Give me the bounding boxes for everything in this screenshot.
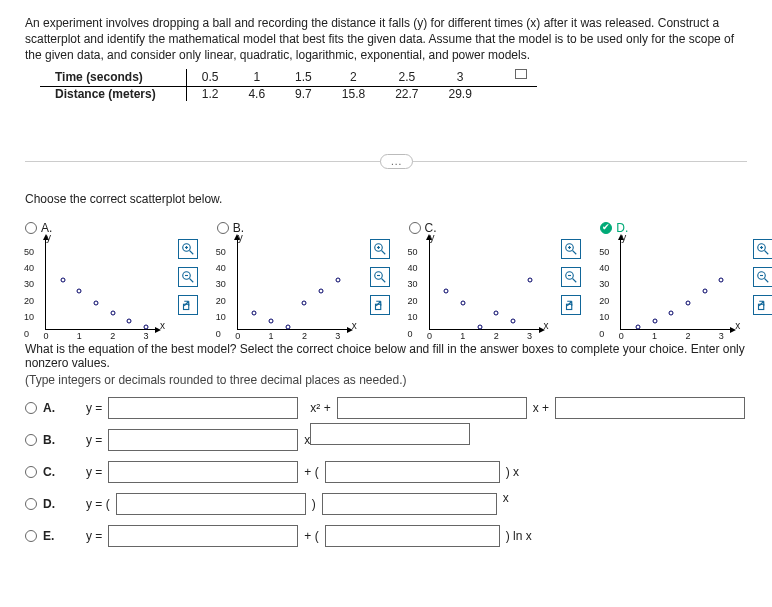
data-point — [285, 324, 290, 329]
choice-d-mid: ) — [312, 497, 316, 511]
data-point — [94, 300, 99, 305]
data-point — [110, 310, 115, 315]
xtick: 1 — [269, 331, 274, 341]
choice-d-input2[interactable] — [322, 493, 497, 515]
plot-area: xy010203040500123 — [237, 240, 347, 330]
data-point — [77, 289, 82, 294]
choice-c-radio[interactable] — [25, 466, 37, 478]
equation-question: What is the equation of the best model? … — [25, 342, 747, 370]
ytick: 20 — [24, 296, 34, 306]
svg-line-5 — [189, 278, 193, 282]
choice-b-label: B. — [43, 433, 55, 447]
dist-cell-1: 4.6 — [233, 86, 280, 101]
time-cell-4: 2.5 — [380, 69, 433, 87]
dist-cell-4: 22.7 — [380, 86, 433, 101]
zoom-in-icon[interactable] — [178, 239, 198, 259]
xtick: 2 — [494, 331, 499, 341]
time-cell-3: 2 — [327, 69, 380, 87]
choice-a-input3[interactable] — [555, 397, 745, 419]
choice-a-input2[interactable] — [337, 397, 527, 419]
popout-icon[interactable] — [561, 295, 581, 315]
ytick: 0 — [24, 329, 29, 339]
choice-e-input1[interactable] — [108, 525, 298, 547]
zoom-in-icon[interactable] — [561, 239, 581, 259]
data-point — [269, 319, 274, 324]
dist-cell-2: 9.7 — [280, 86, 327, 101]
xtick: 3 — [335, 331, 340, 341]
time-cell-1: 1 — [233, 69, 280, 87]
choice-e-label: E. — [43, 529, 54, 543]
xtick: 3 — [719, 331, 724, 341]
lookup-icon[interactable] — [508, 69, 522, 83]
zoom-out-icon[interactable] — [753, 267, 772, 287]
popout-icon[interactable] — [370, 295, 390, 315]
xtick: 0 — [235, 331, 240, 341]
zoom-out-icon[interactable] — [178, 267, 198, 287]
ytick: 10 — [24, 312, 34, 322]
choice-a-radio[interactable] — [25, 402, 37, 414]
xtick: 0 — [43, 331, 48, 341]
zoom-in-icon[interactable] — [370, 239, 390, 259]
choice-c-input1[interactable] — [108, 461, 298, 483]
choice-a-post: x + — [533, 401, 549, 415]
xtick: 1 — [77, 331, 82, 341]
choice-c-input2[interactable] — [325, 461, 500, 483]
data-point — [319, 289, 324, 294]
plot-area: xy010203040500123 — [620, 240, 730, 330]
ytick: 50 — [24, 247, 34, 257]
xtick: 2 — [302, 331, 307, 341]
popout-icon[interactable] — [753, 295, 772, 315]
ytick: 20 — [599, 296, 609, 306]
data-point — [635, 324, 640, 329]
choice-b-input2[interactable] — [310, 423, 470, 445]
plot-c-radio[interactable] — [409, 222, 421, 234]
choice-e-radio[interactable] — [25, 530, 37, 542]
ytick: 0 — [408, 329, 413, 339]
choice-d-radio[interactable] — [25, 498, 37, 510]
data-point — [252, 310, 257, 315]
choice-d-input1[interactable] — [116, 493, 306, 515]
ytick: 40 — [599, 263, 609, 273]
plot-b-radio[interactable] — [217, 222, 229, 234]
ytick: 20 — [408, 296, 418, 306]
zoom-out-icon[interactable] — [561, 267, 581, 287]
plot-d-radio[interactable] — [600, 222, 612, 234]
data-point — [510, 319, 515, 324]
show-more-button[interactable]: ... — [380, 154, 413, 169]
data-point — [527, 277, 532, 282]
choice-d-row: D. y = ( ) x — [25, 493, 747, 515]
choice-e-pre: y = — [86, 529, 102, 543]
popout-icon[interactable] — [178, 295, 198, 315]
data-point — [302, 300, 307, 305]
ytick: 30 — [216, 279, 226, 289]
xtick: 0 — [619, 331, 624, 341]
dist-cell-3: 15.8 — [327, 86, 380, 101]
svg-line-29 — [765, 278, 769, 282]
xtick: 2 — [685, 331, 690, 341]
plot-a-radio[interactable] — [25, 222, 37, 234]
choice-a-pre: y = — [86, 401, 102, 415]
zoom-in-icon[interactable] — [753, 239, 772, 259]
ytick: 10 — [599, 312, 609, 322]
choice-a-mid: x² + — [310, 401, 330, 415]
data-point — [719, 277, 724, 282]
plot-area: xy010203040500123 — [45, 240, 155, 330]
choice-e-input2[interactable] — [325, 525, 500, 547]
choice-e-mid: + ( — [304, 529, 318, 543]
choice-b-radio[interactable] — [25, 434, 37, 446]
ytick: 10 — [408, 312, 418, 322]
choice-d-pre: y = ( — [86, 497, 110, 511]
instruction-text: An experiment involves dropping a ball a… — [25, 15, 747, 64]
svg-line-25 — [765, 250, 769, 254]
x-axis-label: x — [352, 320, 357, 331]
time-cell-5: 3 — [434, 69, 487, 87]
choice-a-input1[interactable] — [108, 397, 298, 419]
data-point — [477, 324, 482, 329]
x-axis-label: x — [160, 320, 165, 331]
ytick: 50 — [216, 247, 226, 257]
dist-cell-5: 29.9 — [434, 86, 487, 101]
choice-a-label: A. — [43, 401, 55, 415]
zoom-out-icon[interactable] — [370, 267, 390, 287]
choice-e-row: E. y = + ( ) ln x — [25, 525, 747, 547]
choice-b-input1[interactable] — [108, 429, 298, 451]
